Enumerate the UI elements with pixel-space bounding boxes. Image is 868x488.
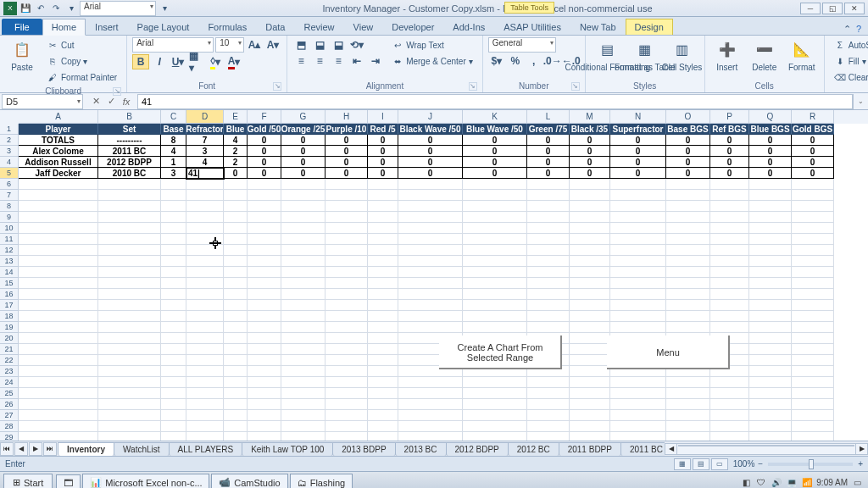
cell[interactable]	[98, 333, 161, 344]
row-header[interactable]: 26	[0, 399, 19, 410]
column-header[interactable]: F	[248, 110, 281, 124]
row-header[interactable]: 2	[0, 135, 19, 146]
cell[interactable]	[749, 223, 792, 234]
cell[interactable]	[610, 388, 666, 399]
cell[interactable]	[749, 333, 792, 344]
cell[interactable]: Blue BGS	[749, 124, 792, 135]
ribbon-tab-data[interactable]: Data	[256, 19, 294, 35]
column-header[interactable]: D	[186, 110, 224, 124]
cell[interactable]	[463, 322, 527, 333]
cell[interactable]	[161, 300, 186, 311]
cell[interactable]	[326, 234, 368, 245]
cell[interactable]	[749, 366, 792, 377]
cell[interactable]	[326, 212, 368, 223]
cell[interactable]: Refractor	[186, 124, 224, 135]
clock[interactable]: 9:09 AM	[816, 478, 848, 487]
align-left-button[interactable]: ≡	[292, 53, 309, 69]
cell[interactable]	[186, 311, 224, 322]
cell[interactable]	[398, 300, 463, 311]
cell[interactable]	[710, 223, 749, 234]
cell[interactable]	[398, 190, 463, 201]
cell[interactable]	[186, 388, 224, 399]
row-header[interactable]: 1	[0, 124, 19, 135]
cell[interactable]	[710, 410, 749, 421]
cell[interactable]: 4	[186, 157, 224, 168]
normal-view-button[interactable]: ▦	[674, 458, 691, 470]
cell[interactable]	[186, 201, 224, 212]
cell[interactable]	[398, 179, 463, 190]
cell[interactable]	[224, 212, 248, 223]
row-header[interactable]: 19	[0, 322, 19, 333]
ribbon-tab-developer[interactable]: Developer	[382, 19, 443, 35]
cell[interactable]	[368, 322, 398, 333]
cell[interactable]	[610, 410, 666, 421]
autosum-button[interactable]: ΣAutoSum ▾	[830, 37, 868, 53]
tray-icon[interactable]: 📶	[801, 477, 813, 489]
cell[interactable]	[281, 256, 326, 267]
cell[interactable]: 4	[161, 146, 186, 157]
cell[interactable]	[19, 322, 98, 333]
cell[interactable]	[666, 278, 710, 289]
cell[interactable]: 7	[186, 135, 224, 146]
cell[interactable]	[527, 278, 570, 289]
cell[interactable]	[792, 410, 834, 421]
cell[interactable]	[326, 377, 368, 388]
cell[interactable]	[224, 223, 248, 234]
cell[interactable]	[19, 289, 98, 300]
cell[interactable]	[610, 399, 666, 410]
zoom-level[interactable]: 100%	[733, 459, 755, 469]
cell[interactable]	[792, 289, 834, 300]
currency-button[interactable]: $▾	[488, 53, 505, 69]
row-header[interactable]: 8	[0, 201, 19, 212]
cell[interactable]: 0	[610, 135, 666, 146]
cell[interactable]	[570, 179, 610, 190]
cell[interactable]: 0	[281, 135, 326, 146]
cell[interactable]: 0	[792, 168, 834, 179]
cell[interactable]	[161, 333, 186, 344]
cell[interactable]	[281, 190, 326, 201]
cell[interactable]: 8	[161, 135, 186, 146]
cell[interactable]	[98, 421, 161, 432]
cell[interactable]: 3	[186, 146, 224, 157]
cell[interactable]	[19, 223, 98, 234]
cell[interactable]	[463, 289, 527, 300]
cell[interactable]	[98, 223, 161, 234]
cell[interactable]	[570, 267, 610, 278]
worksheet-grid[interactable]: ABCDEFGHIJKLMNOPQR 123456789101112131415…	[0, 110, 868, 441]
cell[interactable]	[666, 179, 710, 190]
cell[interactable]	[463, 267, 527, 278]
cell[interactable]	[749, 344, 792, 355]
cell[interactable]	[710, 289, 749, 300]
cell[interactable]	[248, 212, 281, 223]
cell[interactable]: Superfractor	[610, 124, 666, 135]
border-button[interactable]: ▦ ▾	[188, 54, 205, 69]
cell[interactable]	[19, 421, 98, 432]
cell[interactable]: 0	[749, 168, 792, 179]
close-button[interactable]: ✕	[844, 3, 865, 14]
cell[interactable]	[161, 388, 186, 399]
cell[interactable]	[98, 289, 161, 300]
zoom-slider[interactable]	[768, 463, 853, 466]
cell[interactable]: 2011 BC	[98, 146, 161, 157]
cell[interactable]	[792, 201, 834, 212]
cell[interactable]	[161, 234, 186, 245]
cell[interactable]	[527, 432, 570, 441]
cell[interactable]	[326, 223, 368, 234]
cell[interactable]	[186, 190, 224, 201]
cell[interactable]	[326, 388, 368, 399]
cell[interactable]	[666, 212, 710, 223]
next-sheet-button[interactable]: ▶	[29, 442, 42, 456]
row-header[interactable]: 6	[0, 179, 19, 190]
cell[interactable]	[749, 322, 792, 333]
column-header[interactable]: A	[19, 110, 98, 124]
cell[interactable]	[281, 366, 326, 377]
tray-icon[interactable]: ◧	[740, 477, 752, 489]
page-layout-view-button[interactable]: ▤	[693, 458, 709, 470]
cell[interactable]: Black Wave /50	[398, 124, 463, 135]
bold-button[interactable]: B	[132, 54, 149, 69]
cell[interactable]	[527, 300, 570, 311]
percent-button[interactable]: %	[507, 53, 524, 69]
horizontal-scrollbar[interactable]: ◀ ▶	[665, 443, 868, 455]
cell[interactable]	[792, 355, 834, 366]
cell[interactable]	[749, 212, 792, 223]
